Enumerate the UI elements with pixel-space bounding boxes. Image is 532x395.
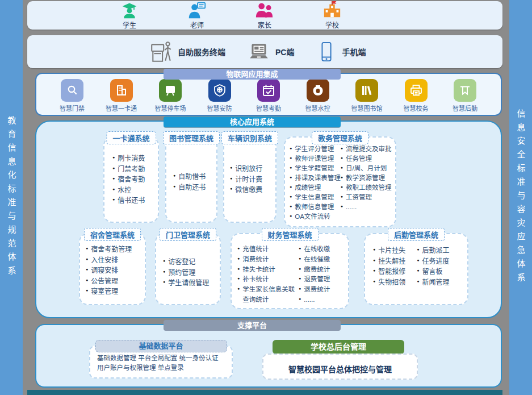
iot-app-item: 智慧门禁 (53, 79, 91, 115)
system-item: 计时计费 (230, 174, 262, 185)
laptop-icon (247, 40, 271, 64)
terminal-item: PC端 (247, 40, 294, 64)
system-item-list: 卡片挂失挂失解挂智能报修失物招领 (373, 246, 405, 288)
system-item: 调寝安排 (86, 265, 132, 276)
support-section-header: 支撑平台 (164, 320, 341, 331)
user-role-label: 老师 (190, 20, 204, 30)
user-role-item: 家长 (246, 1, 283, 30)
system-item: 学生信息管理 (290, 193, 341, 202)
user-role-label: 家长 (258, 20, 271, 30)
system-item: 任务管理 (341, 154, 392, 164)
system-item: 教师评课管理 (290, 154, 341, 164)
system-item: 学生家长信息关联查询统计 (237, 285, 296, 305)
system-item: 在线收缴 (299, 244, 330, 255)
system-title: 宿舍管理系统 (84, 228, 141, 241)
system-item: 挂失卡统计 (237, 265, 296, 275)
system-item: 自助还书 (173, 182, 206, 193)
left-standard-bar: 教育信息化标准与规范体系 (0, 0, 23, 395)
system-title: 门卫管理系统 (160, 228, 216, 241)
system-item: 教职工绩效管理 (341, 183, 392, 193)
system-item: 教师信息管理 (290, 202, 341, 212)
iot-app-label: 智慧水控 (305, 103, 330, 113)
system-item: 门禁考勤 (112, 164, 145, 175)
system-item: 在线催缴 (299, 255, 330, 265)
user-role-item: 学校 (314, 1, 350, 30)
system-item: 识别放行 (230, 164, 262, 174)
library-icon (355, 79, 378, 102)
system-box-finance: 财务管理系统充值统计消费统计挂失卡统计补卡统计学生家长信息关联查询统计在线收缴在… (231, 233, 349, 309)
terminals-row: 自助服务终端 PC端 手机端 (27, 35, 502, 68)
system-title: 教务管理系统 (312, 131, 368, 144)
system-item: 新闻管理 (417, 277, 449, 288)
system-item: 退费统计 (299, 285, 330, 295)
system-item: 自助借书 (173, 172, 206, 182)
system-item: ...... (299, 295, 330, 305)
system-box-logistics: 后勤管理系统卡片挂失挂失解挂智能报修失物招领后勤派工任务进度留言板新闻管理 (364, 233, 468, 305)
system-item: 智能报修 (373, 267, 405, 277)
system-item: 学生请假管理 (163, 278, 209, 289)
system-box-onecard: 一卡通系统刷卡消费门禁考勤宿舍考勤水控借书还书 (103, 136, 159, 223)
iot-app-label: 智慧停车场 (155, 103, 186, 113)
attendance-calendar-icon (257, 79, 280, 102)
system-item: OA文件流转 (290, 212, 341, 222)
iot-app-item: 智慧后勤 (446, 79, 484, 115)
system-item: 流程提交及审批 (341, 144, 392, 154)
iot-app-item: 智慧停车场 (152, 79, 189, 115)
user-role-label: 学生 (123, 20, 136, 30)
user-role-item: 老师 (179, 1, 215, 30)
system-item: 宿舍考勤管理 (86, 244, 132, 255)
system-item-list: 访客登记预约管理学生请假管理 (163, 257, 209, 289)
system-box-dorm: 宿舍管理系统宿舍考勤管理入住安排调寝安排公告管理寝室管理 (79, 233, 146, 305)
system-item-list: 识别放行计时计费微信缴费 (230, 164, 262, 196)
core-section-header: 核心应用系统 (164, 117, 341, 127)
iot-app-item: 智慧一卡通 (103, 79, 140, 115)
iot-app-label: 智慧考勤 (256, 103, 281, 113)
system-item: 公告管理 (86, 276, 132, 287)
basic-data-platform-text: 基础数据管理 平台全局配置 统一身份认证 用户账户与权限管理 单点登录 (97, 354, 226, 373)
system-box-library: 图书管理系统自助借书自助还书 (165, 136, 217, 223)
user-role-item: 学生 (111, 1, 148, 30)
system-box-gate: 门卫管理系统访客登记预约管理学生请假管理 (155, 233, 221, 305)
parking-icon (159, 79, 182, 102)
iot-section-header: 物联网应用集成 (164, 69, 341, 80)
system-item: 任务进度 (417, 256, 449, 267)
system-item: 访客登记 (163, 257, 209, 268)
system-title: 车辆识别系统 (221, 131, 278, 144)
support-platform-panel: 基础数据平台 基础数据管理 平台全局配置 统一身份认证 用户账户与权限管理 单点… (35, 324, 502, 388)
terminal-item: 手机端 (316, 41, 366, 63)
iot-app-label: 智慧门禁 (60, 103, 85, 113)
system-item: 失物招领 (373, 277, 405, 288)
system-item: 充值统计 (237, 244, 296, 255)
system-title: 图书管理系统 (163, 131, 220, 144)
iot-app-item: 智慧安防 (201, 79, 238, 115)
iot-app-label: 智慧安防 (207, 103, 232, 113)
school-admin-title: 学校总后台管理 (273, 340, 404, 354)
user-roles-row: 学生 老师 家长 学校 (27, 1, 502, 30)
system-item: 留言板 (417, 267, 449, 277)
system-item: 寝室管理 (86, 286, 132, 297)
system-item: 工资管理 (341, 193, 392, 202)
iot-app-label: 智慧一卡通 (106, 103, 137, 113)
system-item: 水控 (112, 185, 145, 196)
system-item: 卡片挂失 (373, 246, 405, 256)
right-standard-label: 信息安全标准与容灾应急体系 (515, 109, 527, 286)
system-item: 补卡统计 (237, 275, 296, 285)
iot-app-item: 智慧校务 (397, 79, 435, 115)
system-item-list: 学生评分管理教师评课管理学生学籍管理排课及课表管理成绩管理学生信息管理教师信息管… (290, 144, 341, 222)
left-standard-label: 教育信息化标准与规范体系 (6, 116, 18, 280)
school-icon (322, 1, 342, 19)
system-item: 刷卡消费 (112, 153, 145, 164)
right-standard-bar: 信息安全标准与容灾应急体系 (509, 0, 532, 395)
system-box-academic: 教务管理系统学生评分管理教师评课管理学生学籍管理排课及课表管理成绩管理学生信息管… (284, 136, 396, 227)
water-control-icon (307, 79, 329, 102)
system-item-list: 充值统计消费统计挂失卡统计补卡统计学生家长信息关联查询统计 (237, 244, 296, 305)
system-item-list: 后勤派工任务进度留言板新闻管理 (417, 246, 449, 288)
parents-icon (255, 1, 274, 19)
terminal-item: 自助服务终端 (149, 40, 225, 64)
system-item: 借书还书 (112, 196, 145, 206)
system-item-list: 刷卡消费门禁考勤宿舍考勤水控借书还书 (112, 153, 145, 206)
system-item-list: 宿舍考勤管理入住安排调寝安排公告管理寝室管理 (86, 244, 132, 297)
system-box-vehicle: 车辆识别系统识别放行计时计费微信缴费 (223, 136, 277, 223)
iot-app-label: 智慧图书馆 (351, 103, 383, 113)
system-item-list: 在线收缴在线催缴缴费统计退费管理退费统计...... (299, 244, 330, 305)
